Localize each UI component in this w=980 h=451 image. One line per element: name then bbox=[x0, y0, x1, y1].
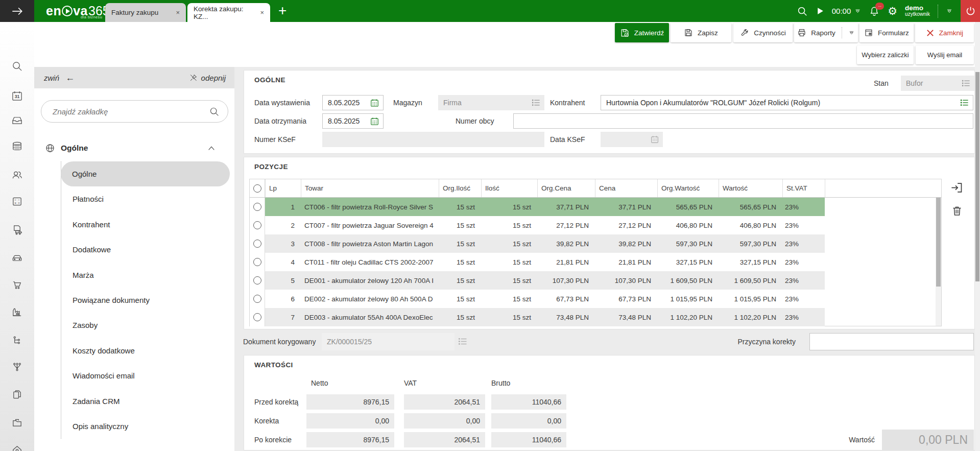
user-menu[interactable]: demo uzytkownik bbox=[905, 5, 930, 17]
close-x-icon bbox=[926, 29, 935, 37]
calculator-icon[interactable]: ÷−×= bbox=[11, 196, 23, 207]
search-icon[interactable] bbox=[797, 6, 808, 17]
magazyn-field[interactable]: Firma bbox=[438, 95, 544, 110]
nav-tree-root-ogolne[interactable]: Ogólne bbox=[45, 139, 229, 157]
workflow-branch-icon[interactable] bbox=[11, 361, 23, 373]
list-picker-icon[interactable] bbox=[961, 79, 974, 87]
row-radio[interactable] bbox=[250, 216, 265, 234]
list-picker-icon[interactable] bbox=[960, 99, 973, 107]
nav-item-ogolne[interactable]: Ogólne bbox=[61, 161, 230, 186]
stan-field[interactable]: Bufor bbox=[901, 76, 974, 91]
table-row[interactable]: 5 DE001 - akumulator żelowy 120 Ah 700A … bbox=[250, 271, 941, 290]
calendar-icon[interactable]: 31 bbox=[11, 90, 23, 102]
play-icon[interactable] bbox=[816, 7, 824, 15]
wyslij-email-button[interactable]: Wyślij email bbox=[916, 45, 974, 64]
col-header-org-wartosc[interactable]: Org.Wartość bbox=[657, 179, 719, 197]
data-otrzymania-field[interactable]: 8.05.2025 bbox=[322, 113, 384, 129]
calendar-picker-icon[interactable] bbox=[370, 116, 383, 126]
nav-item-zadania-crm[interactable]: Zadania CRM bbox=[61, 389, 230, 414]
row-radio[interactable] bbox=[250, 198, 265, 216]
menu-expand-button[interactable] bbox=[0, 0, 34, 22]
korekta-brutto[interactable]: 0,00 bbox=[491, 413, 566, 429]
new-tab-button[interactable]: + bbox=[278, 3, 286, 19]
nav-item-zasoby[interactable]: Zasoby bbox=[61, 313, 230, 338]
row-radio[interactable] bbox=[250, 234, 265, 253]
przyczyna-korekty-input[interactable] bbox=[810, 334, 973, 350]
nav-search-input[interactable] bbox=[53, 101, 206, 122]
car-icon[interactable] bbox=[11, 252, 23, 264]
nav-item-opis-analityczny[interactable]: Opis analityczny bbox=[61, 414, 230, 439]
tab-faktury-zakupu[interactable]: Faktury zakupu × bbox=[105, 3, 186, 22]
row-radio[interactable] bbox=[250, 271, 265, 290]
search-icon[interactable] bbox=[11, 60, 23, 72]
chevron-up-icon[interactable] bbox=[207, 145, 216, 151]
collapse-panel-button[interactable]: zwiń ← bbox=[44, 73, 75, 83]
col-header-wartosc[interactable]: Wartość bbox=[719, 179, 782, 197]
kontrahent-field[interactable]: Hurtownia Opon i Akumulatorów "ROLGUM" J… bbox=[601, 95, 973, 110]
numer-obcy-input[interactable] bbox=[514, 114, 973, 128]
nav-item-koszty-dodatkowe[interactable]: Koszty dodatkowe bbox=[61, 338, 230, 363]
nav-item-dodatkowe[interactable]: Dodatkowe bbox=[61, 237, 230, 262]
nav-item-marza[interactable]: Marża bbox=[61, 263, 230, 288]
zapisz-button[interactable]: Zapisz bbox=[671, 23, 731, 42]
company-home-icon[interactable] bbox=[11, 444, 23, 451]
table-row[interactable]: 4 CT011 - filtr oleju Cadillac CTS 2002-… bbox=[250, 253, 941, 271]
col-header-org-cena[interactable]: Org.Cena bbox=[537, 179, 595, 197]
contacts-icon[interactable] bbox=[11, 169, 23, 181]
inbox-icon[interactable] bbox=[11, 114, 23, 126]
row-radio[interactable] bbox=[250, 290, 265, 308]
calendar-picker-icon[interactable] bbox=[370, 98, 383, 108]
delete-position-icon[interactable] bbox=[951, 205, 963, 217]
add-position-icon[interactable] bbox=[950, 181, 964, 195]
raporty-button[interactable]: Raporty bbox=[794, 23, 858, 42]
select-all-radio[interactable] bbox=[250, 179, 265, 197]
tab-korekta-zakupu[interactable]: Korekta zakupu: KZ... × bbox=[187, 3, 270, 22]
work-timer[interactable]: 00:00 bbox=[832, 7, 862, 15]
data-wystawienia-field[interactable]: 8.05.2025 bbox=[322, 95, 384, 110]
col-header-lp[interactable]: Lp bbox=[265, 179, 301, 197]
nav-item-wiadomosci-email[interactable]: Wiadomości email bbox=[61, 363, 230, 388]
korekta-netto[interactable]: 0,00 bbox=[306, 413, 394, 429]
col-header-towar[interactable]: Towar bbox=[301, 179, 439, 197]
list-picker-icon[interactable] bbox=[531, 99, 544, 107]
gear-icon[interactable]: ⚙ bbox=[888, 5, 897, 17]
notifications-button[interactable]: ... bbox=[869, 6, 880, 17]
col-header-ilosc[interactable]: Ilość bbox=[481, 179, 537, 197]
nav-item-kontrahent[interactable]: Kontrahent bbox=[61, 212, 230, 237]
col-header-st-vat[interactable]: St.VAT bbox=[782, 179, 825, 197]
col-header-org-ilosc[interactable]: Org.Ilość bbox=[439, 179, 481, 197]
delivery-document-icon[interactable] bbox=[11, 224, 23, 236]
table-row[interactable]: 1 CT006 - filtr powietrza Roll-Royce Sil… bbox=[250, 198, 941, 216]
chevron-down-icon[interactable] bbox=[946, 8, 953, 14]
zatwierdz-button[interactable]: Zatwierdź bbox=[615, 23, 669, 42]
table-scrollbar-thumb[interactable] bbox=[936, 198, 941, 287]
zamknij-button[interactable]: Zamknij bbox=[915, 23, 974, 42]
nav-item-platnosci[interactable]: Płatności bbox=[61, 186, 230, 211]
row-radio[interactable] bbox=[250, 253, 265, 271]
page-scrollbar-thumb[interactable] bbox=[975, 72, 979, 281]
tab-close-icon[interactable]: × bbox=[255, 9, 264, 16]
factory-icon[interactable] bbox=[11, 306, 23, 318]
hierarchy-icon[interactable] bbox=[11, 335, 23, 346]
unpin-panel-button[interactable]: odepnij bbox=[189, 74, 226, 82]
formularz-button[interactable]: Formularz bbox=[859, 23, 914, 42]
documents-icon[interactable] bbox=[11, 389, 23, 400]
list-picker-icon[interactable] bbox=[458, 337, 468, 346]
korekta-vat[interactable]: 0,00 bbox=[404, 413, 485, 429]
table-row[interactable]: 3 CT008 - filtr powietrza Aston Martin L… bbox=[250, 234, 941, 253]
table-row[interactable]: 7 DE003 - akumulator 55Ah 400A DexoElec … bbox=[250, 308, 941, 326]
page-scrollbar[interactable] bbox=[975, 22, 980, 451]
shopping-cart-icon[interactable] bbox=[11, 279, 23, 291]
briefcase-icon[interactable] bbox=[11, 417, 23, 429]
nav-item-powiazane-dokumenty[interactable]: Powiązane dokumenty bbox=[61, 288, 230, 313]
database-icon[interactable] bbox=[11, 140, 23, 152]
logout-power-button[interactable] bbox=[961, 0, 980, 22]
col-header-cena[interactable]: Cena bbox=[595, 179, 657, 197]
czynnosci-button[interactable]: Czynności bbox=[733, 23, 793, 42]
tab-close-icon[interactable]: × bbox=[171, 9, 180, 16]
table-row[interactable]: 6 DE002 - akumulator żelowy 80 Ah 500A D… bbox=[250, 290, 941, 308]
table-row[interactable]: 2 CT007 - filtr powietrza Jaguar Soverei… bbox=[250, 216, 941, 234]
wybierz-zaliczki-button[interactable]: Wybierz zaliczki bbox=[857, 45, 914, 64]
row-radio[interactable] bbox=[250, 308, 265, 326]
table-scrollbar[interactable] bbox=[936, 198, 941, 326]
